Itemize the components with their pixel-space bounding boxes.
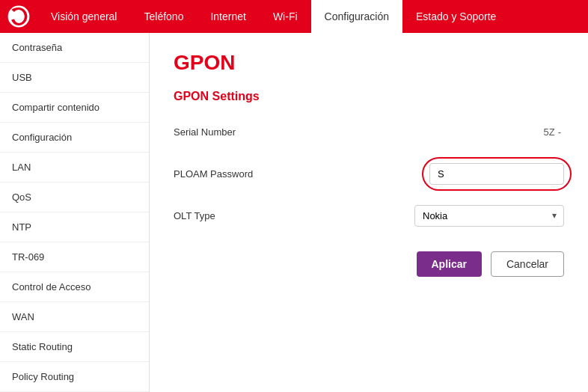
sidebar-item-contrasena[interactable]: Contraseña [0, 33, 149, 63]
page-title: GPON [174, 51, 564, 75]
sidebar-item-tr069[interactable]: TR-069 [0, 242, 149, 272]
ploam-value-container [338, 163, 564, 185]
nav-wifi[interactable]: Wi-Fi [260, 0, 311, 33]
olt-select[interactable]: Nokia Huawei ZTE [414, 205, 564, 227]
sidebar-item-usb[interactable]: USB [0, 63, 149, 93]
ploam-input[interactable] [429, 163, 564, 185]
ploam-label: PLOAM Password [174, 168, 338, 180]
sidebar-item-control[interactable]: Control de Acceso [0, 272, 149, 302]
olt-value-container: Nokia Huawei ZTE [338, 205, 564, 227]
serial-number-value: 5Z - [338, 126, 564, 138]
apply-button[interactable]: Aplicar [417, 251, 482, 277]
nav-vision[interactable]: Visión general [37, 0, 130, 33]
vodafone-logo [0, 4, 37, 28]
section-title: GPON Settings [174, 90, 564, 103]
nav-configuracion[interactable]: Configuración [311, 0, 402, 33]
sidebar-item-lan[interactable]: LAN [0, 153, 149, 183]
nav-estado[interactable]: Estado y Soporte [402, 0, 509, 33]
sidebar-item-staticrouting[interactable]: Static Routing [0, 332, 149, 362]
serial-number-dash: - [558, 126, 561, 138]
sidebar-item-ntp[interactable]: NTP [0, 212, 149, 242]
layout: Contraseña USB Compartir contenido Confi… [0, 33, 588, 392]
ploam-input-wrapper [429, 163, 564, 185]
serial-number-text: 5Z [543, 126, 554, 138]
olt-label: OLT Type [174, 210, 338, 221]
button-row: Aplicar Cancelar [174, 251, 564, 277]
nav-internet[interactable]: Internet [197, 0, 259, 33]
sidebar-item-compartir[interactable]: Compartir contenido [0, 93, 149, 123]
nav-telefono[interactable]: Teléfono [130, 0, 197, 33]
olt-row: OLT Type Nokia Huawei ZTE [174, 202, 564, 229]
serial-number-row: Serial Number 5Z - [174, 118, 564, 145]
olt-select-wrapper: Nokia Huawei ZTE [414, 205, 564, 227]
top-nav: Visión general Teléfono Internet Wi-Fi C… [0, 0, 588, 33]
cancel-button[interactable]: Cancelar [491, 251, 564, 277]
serial-number-label: Serial Number [174, 126, 338, 138]
sidebar-item-configuracion[interactable]: Configuración [0, 123, 149, 153]
sidebar-item-wan[interactable]: WAN [0, 302, 149, 332]
sidebar-item-qos[interactable]: QoS [0, 183, 149, 212]
sidebar-item-policyrouting[interactable]: Policy Routing [0, 362, 149, 392]
main-content: GPON GPON Settings Serial Number 5Z - PL… [150, 33, 588, 392]
ploam-row: PLOAM Password [174, 160, 564, 187]
sidebar: Contraseña USB Compartir contenido Confi… [0, 33, 150, 392]
